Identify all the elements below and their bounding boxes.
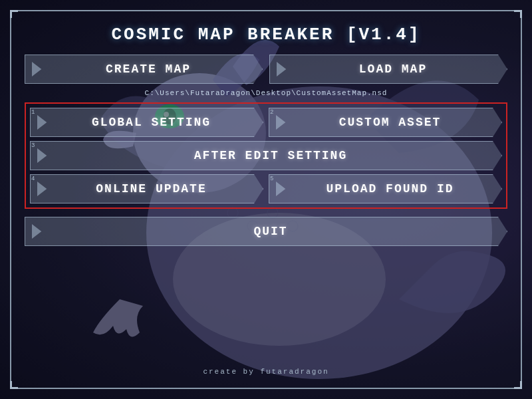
global-setting-wrap: 1 Global Setting: [30, 108, 263, 137]
custom-asset-wrap: 2 Custom Asset: [269, 108, 502, 137]
after-edit-label: After Edit Setting: [60, 149, 481, 162]
top-button-row: Create Map Load Map: [25, 55, 507, 84]
after-edit-setting-button[interactable]: After Edit Setting: [30, 141, 502, 170]
after-edit-arrow-icon: [37, 148, 52, 163]
quit-label: Quit: [55, 225, 487, 238]
online-update-arrow-icon: [37, 182, 52, 196]
corner-tr: [514, 10, 522, 18]
upload-found-id-wrap: 5 Upload Found ID: [269, 174, 502, 203]
custom-asset-arrow-icon: [276, 115, 291, 130]
global-setting-arrow-icon: [37, 115, 52, 130]
quit-arrow-icon: [32, 224, 47, 239]
quit-row: Quit: [25, 217, 507, 246]
load-map-label: Load Map: [299, 63, 487, 76]
create-map-label: Create Map: [55, 63, 242, 76]
corner-br: [514, 381, 522, 389]
online-update-wrap: 4 Online Update: [30, 174, 263, 203]
footer-credit: Create by FutaraDragon: [203, 368, 329, 381]
after-edit-wrap: 3 After Edit Setting: [30, 141, 502, 170]
global-setting-label: Global Setting: [60, 116, 243, 129]
file-path-display: C:\Users\FutaraDragon\Desktop\CustomAsse…: [25, 89, 507, 97]
main-container: COSMIC MAP BREAKER [V1.4] Create Map Loa…: [10, 10, 522, 389]
corner-bl: [10, 381, 18, 389]
upload-found-id-label: Upload Found ID: [299, 182, 481, 196]
custom-asset-label: Custom Asset: [299, 116, 481, 129]
load-map-button[interactable]: Load Map: [269, 55, 507, 84]
create-map-arrow-icon: [32, 62, 47, 76]
upload-found-id-button[interactable]: Upload Found ID: [269, 174, 502, 203]
create-map-button[interactable]: Create Map: [25, 55, 263, 84]
online-update-button[interactable]: Online Update: [30, 174, 263, 203]
red-section: 1 Global Setting 2 Custom Asset 3 After …: [25, 102, 507, 209]
red-row-3: 4 Online Update 5 Upload Found ID: [30, 174, 502, 203]
app-title: COSMIC MAP BREAKER [V1.4]: [111, 25, 420, 45]
online-update-label: Online Update: [60, 182, 243, 196]
red-row-1: 1 Global Setting 2 Custom Asset: [30, 108, 502, 137]
upload-found-id-arrow-icon: [276, 182, 291, 196]
corner-tl: [10, 10, 18, 18]
quit-button[interactable]: Quit: [25, 217, 507, 246]
load-map-arrow-icon: [277, 62, 291, 76]
global-setting-button[interactable]: Global Setting: [30, 108, 263, 137]
custom-asset-button[interactable]: Custom Asset: [269, 108, 502, 137]
